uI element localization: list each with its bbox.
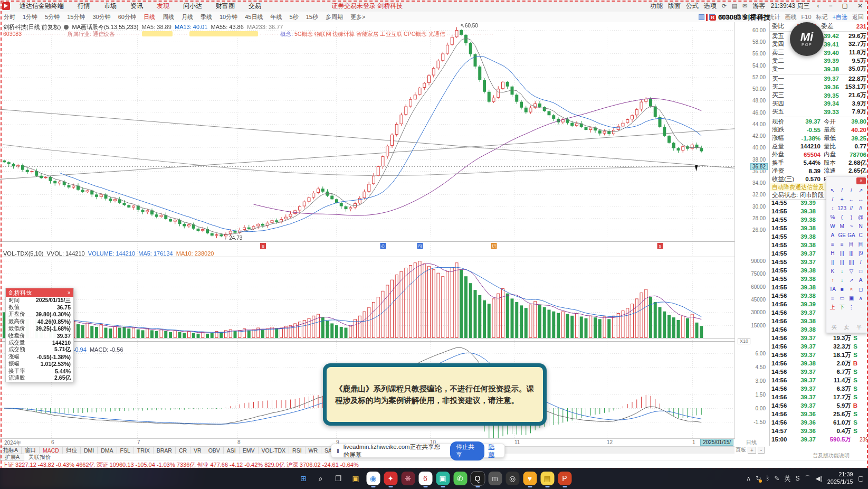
tab-DMA[interactable]: DMA — [98, 447, 117, 454]
wechat-icon[interactable]: ✆ — [453, 472, 467, 485]
mail-icon[interactable]: ✉ — [742, 3, 747, 10]
palette-footer-item[interactable]: 买 — [832, 324, 837, 331]
draw-tool-icon[interactable]: 123 — [837, 204, 847, 213]
period-分时[interactable]: 分时 — [0, 13, 19, 21]
bid-price[interactable]: 39.35 — [795, 92, 839, 99]
maximize-button[interactable]: ▢ — [840, 2, 850, 10]
draw-tool-icon[interactable]: ≡ — [837, 240, 847, 249]
ppt-app-icon[interactable]: P — [558, 472, 571, 485]
industry-value[interactable]: 通信设备 — [93, 31, 115, 37]
draw-tool-icon[interactable]: GA — [847, 231, 856, 240]
draw-tool-icon[interactable]: × — [847, 285, 856, 294]
search-icon[interactable]: ⌕ — [314, 472, 328, 485]
start-button[interactable]: ⊞ — [297, 472, 310, 485]
draw-tool-icon[interactable]: ▽ — [847, 267, 856, 276]
popup-close-icon[interactable]: × — [68, 289, 71, 296]
period-更多>[interactable]: 更多> — [347, 13, 369, 21]
ask-price[interactable]: 39.39 — [795, 58, 839, 64]
menu-item-选项[interactable]: 选项 — [704, 2, 717, 11]
draw-tool-icon[interactable]: + — [837, 195, 847, 204]
tab-OBV[interactable]: OBV — [205, 447, 224, 454]
tray-expand-icon[interactable]: ∧ — [746, 475, 751, 482]
close-button[interactable]: ✕ — [855, 2, 865, 10]
palette-footer-item[interactable]: 卖 — [844, 324, 849, 331]
guest-label[interactable]: 游客 — [753, 2, 766, 11]
draw-tool-icon[interactable]: ~ — [847, 222, 856, 231]
draw-tool-icon[interactable]: N — [856, 222, 865, 231]
draw-tool-icon[interactable]: ◻ — [856, 285, 865, 294]
menu-item-发现[interactable]: 发现 — [150, 2, 176, 11]
menu-item-通达信金融终端[interactable]: 通达信金融终端 — [13, 2, 71, 11]
concept-values[interactable]: 5G概念 物联网 边缘计算 智能家居 工业互联 CPO概念 光通信 — [294, 31, 445, 37]
draw-tool-icon[interactable]: |||| — [847, 258, 856, 267]
draw-tool-icon[interactable]: ||| — [837, 258, 847, 267]
draw-tool-icon[interactable]: // — [847, 204, 856, 213]
draw-tool-icon[interactable]: ▣ — [847, 294, 856, 303]
period-1分钟[interactable]: 1分钟 — [19, 13, 41, 21]
draw-tool-icon[interactable]: A — [828, 231, 837, 240]
draw-tool-icon[interactable]: W — [828, 222, 837, 231]
palette-footer-item[interactable]: 平 — [856, 324, 862, 331]
bid-price[interactable]: 39.34 — [795, 100, 839, 107]
notification-icon[interactable]: ▢ — [858, 475, 864, 482]
tab-WR[interactable]: WR — [306, 447, 322, 454]
menu-item-公式[interactable]: 公式 — [686, 2, 699, 11]
draw-tool-icon[interactable]: ) — [847, 213, 856, 222]
period-多周期[interactable]: 多周期 — [322, 13, 347, 21]
draw-tool-icon[interactable]: 下 — [837, 303, 847, 312]
draw-tool-icon[interactable]: @ — [856, 213, 865, 222]
tab-MACD[interactable]: MACD — [40, 447, 63, 454]
tab-EMV[interactable]: EMV — [240, 447, 259, 454]
draw-tool-icon[interactable]: C — [856, 231, 865, 240]
period-周线[interactable]: 周线 — [159, 13, 178, 21]
hide-share-link[interactable]: 隐藏 — [489, 443, 499, 459]
menu-item-版面[interactable]: 版面 — [668, 2, 681, 11]
tab-VR[interactable]: VR — [190, 447, 205, 454]
indicator-settings-icon[interactable] — [64, 25, 69, 30]
draw-tool-icon[interactable]: ← — [847, 195, 856, 204]
tray-clock[interactable]: 21:392025/1/15 — [827, 471, 853, 486]
draw-tool-icon[interactable]: / — [847, 186, 856, 195]
period-30分钟[interactable]: 30分钟 — [89, 13, 115, 21]
period-60分钟[interactable]: 60分钟 — [115, 13, 140, 21]
period-45日线[interactable]: 45日线 — [241, 13, 266, 21]
app-dark-red-icon[interactable]: ❋ — [401, 472, 415, 485]
draw-tool-icon[interactable]: □ — [856, 267, 865, 276]
menu-item-资讯[interactable]: 资讯 — [123, 2, 150, 11]
draw-tool-icon[interactable]: / — [837, 186, 847, 195]
draw-tool-icon[interactable]: ↑ — [828, 276, 837, 285]
period-10分钟[interactable]: 10分钟 — [216, 13, 241, 21]
tab-VOL-TDX[interactable]: VOL-TDX — [259, 447, 290, 454]
bid-price[interactable]: 39.33 — [795, 109, 839, 115]
period-15分钟[interactable]: 15分钟 — [63, 13, 89, 21]
file-explorer-icon[interactable]: ▣ — [349, 472, 363, 485]
volume-icon[interactable]: ◀) — [815, 475, 822, 482]
draw-tool-icon[interactable]: A — [856, 276, 865, 285]
tool-标记[interactable]: 标记 — [816, 13, 828, 21]
draw-tool-icon[interactable]: ↓ — [837, 267, 847, 276]
tool-画线[interactable]: 画线 — [785, 13, 797, 21]
sync-icon[interactable]: ↻ — [756, 475, 761, 482]
popup-header[interactable]: 剑桥科技 × — [6, 288, 73, 297]
draw-tool-icon[interactable]: ↓ — [837, 276, 847, 285]
bid-price[interactable]: 39.36 — [795, 84, 839, 90]
wt6-app-icon[interactable]: 6 — [418, 472, 432, 485]
palette-close-button[interactable]: × — [856, 177, 866, 184]
draw-tool-icon[interactable]: ≡ — [828, 240, 837, 249]
tab-DMI[interactable]: DMI — [81, 447, 98, 454]
tab-RSI[interactable]: RSI — [289, 447, 306, 454]
tab-指标A[interactable]: 指标A — [0, 447, 22, 454]
draw-tool-icon[interactable]: ↕ — [828, 204, 837, 213]
device-icon[interactable]: ▤ — [732, 3, 737, 10]
draw-tool-icon[interactable]: 上 — [828, 303, 837, 312]
refresh-icon[interactable]: ⟳ — [722, 3, 727, 10]
menu-item-交易[interactable]: 交易 — [242, 2, 268, 11]
linked-quotes-tab[interactable]: 关联报价 — [28, 454, 51, 461]
period-5分钟[interactable]: 5分钟 — [41, 13, 63, 21]
tab-归位[interactable]: 归位 — [63, 447, 81, 454]
green-app-icon[interactable]: ▣ — [436, 472, 450, 485]
draw-tool-icon[interactable]: ↗ — [847, 276, 856, 285]
tab-BRAR[interactable]: BRAR — [154, 447, 176, 454]
collapse-button[interactable]: ‹ — [815, 2, 822, 10]
tool-+自选[interactable]: +自选 — [833, 13, 847, 21]
